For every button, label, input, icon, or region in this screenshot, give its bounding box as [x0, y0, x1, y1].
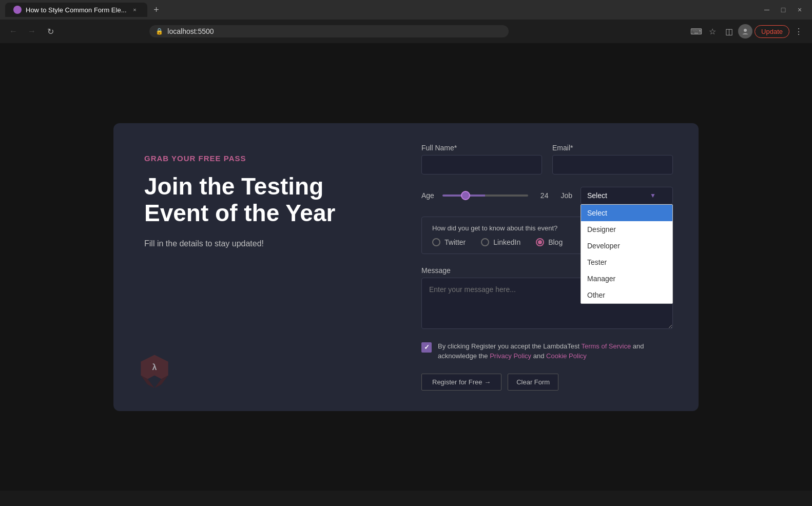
dropdown-item-designer[interactable]: Designer: [581, 221, 672, 238]
main-heading: Join the Testing Event of the Year: [144, 173, 365, 227]
maximize-icon: □: [781, 6, 785, 14]
age-slider-container: [442, 194, 528, 197]
tab-favicon: [13, 6, 22, 14]
terms-of-service-link[interactable]: Terms of Service: [581, 342, 631, 350]
terms-checkbox[interactable]: ✓: [421, 342, 432, 353]
url-bar[interactable]: 🔒 localhost:5500: [149, 25, 509, 37]
full-name-group: Full Name*: [421, 144, 542, 174]
radio-blog[interactable]: Blog: [536, 238, 563, 246]
registration-card: GRAB YOUR FREE PASS Join the Testing Eve…: [113, 123, 699, 411]
forward-icon: →: [28, 27, 36, 36]
close-button[interactable]: ×: [792, 3, 807, 17]
clear-button[interactable]: Clear Form: [508, 374, 558, 391]
checkmark-icon: ✓: [424, 343, 430, 351]
bottom-bar: [0, 491, 812, 506]
sub-text: Fill in the details to stay updated!: [144, 239, 365, 248]
full-name-label: Full Name*: [421, 144, 542, 152]
reload-button[interactable]: ↻: [43, 24, 57, 38]
register-button[interactable]: Register for Free →: [421, 374, 501, 391]
radio-label-twitter: Twitter: [444, 238, 466, 246]
dropdown-item-other[interactable]: Other: [581, 287, 672, 303]
dropdown-item-select[interactable]: Select: [581, 205, 672, 221]
lambdatest-logo: λ: [134, 353, 175, 394]
toolbar-icons: ⌨ ☆ ◫ Update ⋮: [689, 24, 806, 38]
split-view-icon[interactable]: ◫: [722, 24, 736, 38]
age-slider[interactable]: [442, 194, 528, 197]
tab-close-button[interactable]: ×: [131, 6, 139, 14]
dropdown-item-manager[interactable]: Manager: [581, 270, 672, 287]
radio-circle-twitter: [432, 238, 440, 246]
lock-icon: 🔒: [156, 28, 163, 35]
job-label: Job: [560, 191, 572, 200]
age-value: 24: [540, 191, 549, 200]
age-job-row: Age 24 Job Select ▼ Select Designer Deve…: [421, 187, 673, 204]
close-icon: ×: [798, 6, 802, 14]
profile-icon[interactable]: [738, 24, 752, 38]
dropdown-item-developer[interactable]: Developer: [581, 238, 672, 254]
dropdown-item-tester[interactable]: Tester: [581, 254, 672, 270]
forward-button[interactable]: →: [25, 24, 39, 38]
chevron-down-icon: ▼: [650, 192, 656, 199]
url-text: localhost:5500: [167, 27, 214, 35]
window-controls: ─ □ ×: [760, 3, 807, 17]
tab-title: How to Style Common Form Ele...: [26, 6, 127, 14]
email-label: Email*: [552, 144, 673, 152]
radio-label-blog: Blog: [548, 238, 563, 246]
cookie-policy-link[interactable]: Cookie Policy: [546, 352, 587, 360]
update-button[interactable]: Update: [755, 25, 789, 38]
minimize-icon: ─: [764, 6, 769, 14]
back-icon: ←: [9, 27, 17, 36]
job-select[interactable]: Select ▼: [581, 187, 673, 204]
browser-titlebar: How to Style Common Form Ele... × + ─ □ …: [0, 0, 812, 20]
grab-label: GRAB YOUR FREE PASS: [144, 154, 365, 163]
svg-point-0: [15, 7, 20, 12]
name-email-row: Full Name* Email*: [421, 144, 673, 174]
logo-watermark: λ: [134, 353, 175, 396]
radio-label-linkedin: LinkedIn: [493, 238, 520, 246]
privacy-policy-link[interactable]: Privacy Policy: [490, 352, 531, 360]
page-content: GRAB YOUR FREE PASS Join the Testing Eve…: [0, 43, 812, 491]
menu-icon[interactable]: ⋮: [791, 24, 806, 38]
new-tab-button[interactable]: +: [149, 3, 164, 17]
address-bar: ← → ↻ 🔒 localhost:5500 ⌨ ☆ ◫ Update ⋮: [0, 20, 812, 43]
job-dropdown-menu: Select Designer Developer Tester Manager…: [581, 204, 673, 304]
radio-twitter[interactable]: Twitter: [432, 238, 466, 246]
reload-icon: ↻: [47, 27, 54, 36]
active-tab[interactable]: How to Style Common Form Ele... ×: [5, 3, 147, 17]
terms-text: By clicking Register you accept the Lamb…: [438, 341, 673, 361]
terms-before: By clicking Register you accept the Lamb…: [438, 342, 581, 350]
email-group: Email*: [552, 144, 673, 174]
age-label: Age: [421, 191, 434, 200]
right-panel: Full Name* Email* Age 24 Job Selec: [396, 123, 699, 411]
radio-linkedin[interactable]: LinkedIn: [481, 238, 520, 246]
email-input[interactable]: [552, 155, 673, 174]
bookmark-icon[interactable]: ☆: [705, 24, 720, 38]
terms-row: ✓ By clicking Register you accept the La…: [421, 341, 673, 361]
btn-row: Register for Free → Clear Form: [421, 374, 673, 391]
radio-circle-blog: [536, 238, 544, 246]
full-name-input[interactable]: [421, 155, 542, 174]
svg-text:λ: λ: [152, 362, 157, 371]
maximize-button[interactable]: □: [776, 3, 790, 17]
browser-chrome: How to Style Common Form Ele... × + ─ □ …: [0, 0, 812, 43]
radio-circle-linkedin: [481, 238, 489, 246]
back-button[interactable]: ←: [6, 24, 21, 38]
job-select-wrapper: Select ▼ Select Designer Developer Teste…: [581, 187, 673, 204]
minimize-button[interactable]: ─: [760, 3, 774, 17]
tab-bar: How to Style Common Form Ele... × +: [5, 1, 164, 18]
left-panel: GRAB YOUR FREE PASS Join the Testing Eve…: [113, 123, 396, 411]
extensions-icon[interactable]: ⌨: [689, 24, 703, 38]
svg-point-1: [744, 29, 747, 32]
select-value: Select: [587, 191, 607, 200]
terms-and: and: [531, 352, 546, 360]
